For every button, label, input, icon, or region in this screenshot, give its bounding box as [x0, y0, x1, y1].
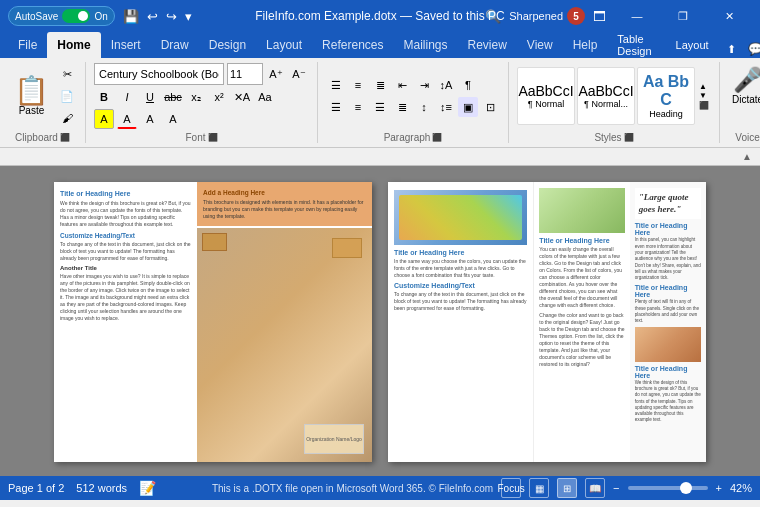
- collapse-ribbon-button[interactable]: ▲: [742, 151, 752, 162]
- restore-button[interactable]: ❐: [660, 0, 706, 32]
- style-heading1[interactable]: Aa Bb C Heading: [637, 67, 695, 125]
- styles-expand-btn-icon[interactable]: ⬛: [624, 133, 634, 142]
- font-expand-icon[interactable]: ⬛: [208, 133, 218, 142]
- align-center-button[interactable]: ≡: [348, 97, 368, 117]
- font-size-input[interactable]: [227, 63, 263, 85]
- sort-button[interactable]: ↕A: [436, 75, 456, 95]
- justify-button[interactable]: ≣: [392, 97, 412, 117]
- multilevel-button[interactable]: ≣: [370, 75, 390, 95]
- bold-button[interactable]: B: [94, 87, 114, 107]
- web-layout-button[interactable]: ⊞: [557, 478, 577, 498]
- save-icon[interactable]: 💾: [121, 7, 141, 26]
- tab-help[interactable]: Help: [563, 32, 608, 58]
- tab-mailings[interactable]: Mailings: [393, 32, 457, 58]
- text-direction-button[interactable]: ↕: [414, 97, 434, 117]
- paragraph-label: Paragraph ⬛: [384, 132, 443, 143]
- tab-table-layout[interactable]: Layout: [666, 32, 719, 58]
- underline-button[interactable]: U: [140, 87, 160, 107]
- page-1[interactable]: Title or Heading Here We think the desig…: [54, 182, 372, 462]
- tab-view[interactable]: View: [517, 32, 563, 58]
- title-bar: AutoSave On 💾 ↩ ↪ ▾ FileInfo.com Example…: [0, 0, 760, 32]
- zoom-out-button[interactable]: −: [613, 482, 619, 494]
- italic-button[interactable]: I: [117, 87, 137, 107]
- document-title: FileInfo.com Example.dotx — Saved to thi…: [255, 9, 504, 23]
- close-button[interactable]: ✕: [706, 0, 752, 32]
- styles-scroll[interactable]: ▲ ▼ ⬛: [697, 82, 711, 111]
- read-mode-button[interactable]: 📖: [585, 478, 605, 498]
- highlight-button[interactable]: A: [94, 109, 114, 129]
- tab-table-design[interactable]: Table Design: [607, 32, 661, 58]
- voice-group: 🎤 Dictate Voice: [720, 62, 760, 143]
- minimize-button[interactable]: —: [614, 0, 660, 32]
- font-extra-button[interactable]: A: [163, 109, 183, 129]
- ribbon-display-icon[interactable]: 🗖: [589, 7, 610, 26]
- tab-home[interactable]: Home: [47, 32, 100, 58]
- tab-review[interactable]: Review: [458, 32, 517, 58]
- tab-layout[interactable]: Layout: [256, 32, 312, 58]
- page2-middle-text2: Change the color and want to go back to …: [539, 312, 624, 368]
- paragraph-expand-icon[interactable]: ⬛: [432, 133, 442, 142]
- tab-insert[interactable]: Insert: [101, 32, 151, 58]
- subscript-button[interactable]: x₂: [186, 87, 206, 107]
- clear-format-button[interactable]: ✕A: [232, 87, 252, 107]
- strikethrough-button[interactable]: abc: [163, 87, 183, 107]
- zoom-in-button[interactable]: +: [716, 482, 722, 494]
- numbering-button[interactable]: ≡: [348, 75, 368, 95]
- style-h1-preview: Aa Bb C: [638, 73, 694, 109]
- dictate-button[interactable]: 🎤 Dictate: [728, 62, 760, 109]
- comment-icon[interactable]: 💬: [744, 40, 760, 58]
- style-no-space[interactable]: AaBbCcI ¶ Normal...: [577, 67, 635, 125]
- status-bar: Page 1 of 2 512 words 📝 This is a .DOTX …: [0, 476, 760, 500]
- page2-small-photo: [539, 188, 624, 233]
- font-content: A⁺ A⁻ B I U abc x₂ x² ✕A Aa A A A: [94, 62, 309, 130]
- focus-button[interactable]: Focus: [501, 478, 521, 498]
- contextual-tabs: Table Design Layout ⬆ 💬: [607, 32, 760, 58]
- tab-design[interactable]: Design: [199, 32, 256, 58]
- clipboard-expand-icon[interactable]: ⬛: [60, 133, 70, 142]
- format-painter-button[interactable]: 🖌: [57, 108, 77, 128]
- page-2[interactable]: Title or Heading Here In the same way yo…: [388, 182, 706, 462]
- line-spacing-button[interactable]: ↕≡: [436, 97, 456, 117]
- decrease-indent-button[interactable]: ⇤: [392, 75, 412, 95]
- decrease-font-button[interactable]: A⁻: [289, 64, 309, 84]
- tab-file[interactable]: File: [8, 32, 47, 58]
- ribbon-tabs: File Home Insert Draw Design Layout Refe…: [0, 32, 760, 58]
- borders-button[interactable]: ⊡: [480, 97, 500, 117]
- shading-button[interactable]: ▣: [458, 97, 478, 117]
- undo-icon[interactable]: ↩: [145, 7, 160, 26]
- font-family-input[interactable]: [94, 63, 224, 85]
- page1-content: Title or Heading Here We think the desig…: [54, 182, 372, 462]
- page2-right-text3: We think the design of this brochure is …: [635, 380, 701, 424]
- superscript-button[interactable]: x²: [209, 87, 229, 107]
- proofing-icon[interactable]: 📝: [139, 480, 156, 496]
- share-icon[interactable]: ⬆: [723, 41, 740, 58]
- styles-scroll-down-icon[interactable]: ▼: [699, 91, 709, 101]
- bullets-button[interactable]: ☰: [326, 75, 346, 95]
- cut-button[interactable]: ✂: [57, 64, 77, 84]
- align-right-button[interactable]: ☰: [370, 97, 390, 117]
- tab-references[interactable]: References: [312, 32, 393, 58]
- redo-icon[interactable]: ↪: [164, 7, 179, 26]
- text-case-button[interactable]: Aa: [255, 87, 275, 107]
- paste-button[interactable]: 📋 Paste: [8, 75, 55, 118]
- autosave-toggle[interactable]: [62, 9, 90, 23]
- copy-button[interactable]: 📄: [57, 86, 77, 106]
- customize-icon[interactable]: ▾: [183, 7, 194, 26]
- show-formatting-button[interactable]: ¶: [458, 75, 478, 95]
- styles-items: AaBbCcI ¶ Normal AaBbCcI ¶ Normal... Aa …: [517, 67, 695, 125]
- sharpened-badge: 5: [567, 7, 585, 25]
- text-effects-button[interactable]: A: [140, 109, 160, 129]
- print-layout-button[interactable]: ▦: [529, 478, 549, 498]
- align-left-button[interactable]: ☰: [326, 97, 346, 117]
- page1-photo-area: Organization Name/Logo: [197, 228, 372, 462]
- autosave-badge[interactable]: AutoSave On: [8, 6, 115, 26]
- increase-font-button[interactable]: A⁺: [266, 64, 286, 84]
- styles-scroll-up-icon[interactable]: ▲: [699, 82, 709, 92]
- increase-indent-button[interactable]: ⇥: [414, 75, 434, 95]
- zoom-slider[interactable]: [628, 486, 708, 490]
- tab-draw[interactable]: Draw: [151, 32, 199, 58]
- font-color-button[interactable]: A: [117, 109, 137, 129]
- style-normal[interactable]: AaBbCcI ¶ Normal: [517, 67, 575, 125]
- styles-expand-icon[interactable]: ⬛: [699, 101, 709, 111]
- paste-icon: 📋: [14, 77, 49, 105]
